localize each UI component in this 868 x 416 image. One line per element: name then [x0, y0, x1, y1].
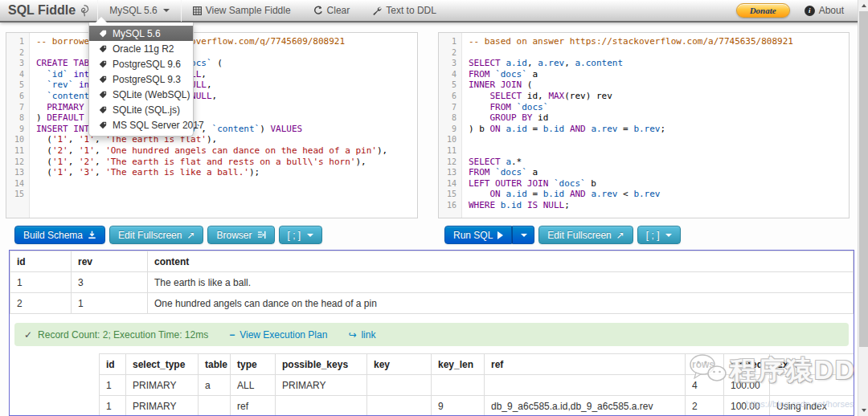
execution-plan: idselect_typetabletypepossible_keyskeyke…	[99, 353, 854, 416]
run-sql-button[interactable]: Run SQL	[444, 226, 512, 244]
browser-panel-icon	[257, 230, 266, 239]
navbar: SQL Fiddle MySQL 5.6 View Sample Fiddle …	[0, 0, 868, 22]
db-menu-item[interactable]: SQLite (WebSQL)	[89, 87, 193, 102]
db-menu-item[interactable]: PostgreSQL 9.3	[89, 71, 193, 87]
code-line: INNER JOIN (	[469, 80, 849, 91]
code-line	[469, 145, 849, 157]
schema-delimiter-dropdown[interactable]: [ ; ]	[279, 226, 323, 244]
chevron-down-icon	[665, 234, 672, 237]
code-line	[469, 47, 849, 59]
db-menu-item[interactable]: MySQL 5.6	[89, 26, 193, 41]
table-cell: PRIMARY	[126, 375, 199, 396]
browser-button[interactable]: Browser	[207, 226, 274, 244]
table-cell	[199, 396, 231, 416]
db-selector-dropdown[interactable]: MySQL 5.6	[98, 0, 181, 21]
table-cell: 9	[432, 396, 485, 416]
db-menu-item[interactable]: PostgreSQL 9.6	[89, 56, 193, 71]
chevron-down-icon	[307, 234, 313, 237]
code-line: WHERE b.id IS NULL;	[469, 200, 849, 211]
tag-icon	[99, 60, 107, 68]
fullscreen-arrow-icon: ↗	[616, 230, 624, 241]
table-cell: 100.00	[724, 375, 770, 396]
about-button[interactable]: About	[805, 5, 844, 16]
schema-editor[interactable]: 123456789101112131415 -- borrowed from h…	[6, 32, 418, 218]
code-line	[36, 189, 417, 200]
code-line: SELECT a.id, a.rev, a.content	[469, 58, 849, 69]
app-logo: SQL Fiddle	[0, 3, 97, 18]
status-bar: ✓ Record Count: 2; Execution Time: 12ms …	[14, 323, 849, 346]
db-menu-item[interactable]: SQLite (SQL.js)	[89, 102, 193, 117]
view-execution-plan-link[interactable]: − View Execution Plan	[229, 329, 327, 341]
db-menu-item[interactable]: Oracle 11g R2	[89, 41, 193, 56]
code-line: GROUP BY id	[469, 112, 849, 124]
table-cell: 1	[72, 293, 148, 314]
column-header: possible_keys	[276, 354, 367, 375]
schema-edit-fullscreen-button[interactable]: Edit Fullscreen ↗	[109, 226, 203, 244]
table-cell	[367, 396, 432, 416]
table-cell: 100.00	[724, 396, 770, 416]
query-delimiter-dropdown[interactable]: [ ; ]	[637, 226, 682, 244]
db-menu: MySQL 5.6Oracle 11g R2PostgreSQL 9.6Post…	[88, 22, 194, 137]
share-arrow-icon: ↪	[348, 329, 356, 341]
tag-icon	[99, 121, 107, 129]
play-icon	[497, 231, 503, 239]
view-sample-fiddle-button[interactable]: View Sample Fiddle	[182, 0, 302, 21]
wrench-icon	[372, 6, 382, 15]
triangle-up-icon	[862, 4, 866, 7]
plan-header-row: idselect_typetabletypepossible_keyskeyke…	[100, 354, 855, 375]
code-line: LEFT OUTER JOIN `docs` b	[469, 178, 849, 190]
status-summary: Record Count: 2; Execution Time: 12ms	[38, 329, 208, 341]
download-icon	[88, 230, 96, 239]
code-line: SELECT a.*	[469, 157, 849, 168]
results-body: 13The earth is like a ball.21One hundred…	[10, 272, 854, 314]
table-cell: 2	[686, 396, 724, 416]
db-menu-item-label: SQLite (SQL.js)	[113, 104, 180, 116]
donate-button[interactable]: Donate	[736, 3, 790, 18]
table-cell: The earth is like a ball.	[148, 272, 854, 293]
clear-button[interactable]: Clear	[302, 0, 362, 21]
schema-toolbar: Build Schema Edit Fullscreen ↗ Browser […	[14, 226, 322, 244]
share-link[interactable]: ↪ link	[348, 329, 375, 341]
table-cell: PRIMARY	[126, 396, 199, 416]
table-cell	[770, 375, 855, 396]
table-cell: PRIMARY	[276, 375, 367, 396]
column-header: type	[231, 354, 276, 375]
fiddle-scroll-icon	[77, 4, 91, 18]
column-header: id	[100, 354, 126, 375]
app-title: SQL Fiddle	[8, 3, 76, 18]
table-row: 13The earth is like a ball.	[10, 272, 854, 293]
column-header: rev	[72, 251, 148, 272]
build-schema-button[interactable]: Build Schema	[14, 226, 105, 244]
text-to-ddl-button[interactable]: Text to DDL	[361, 0, 448, 21]
table-cell	[432, 375, 485, 396]
scroll-down-button[interactable]	[858, 405, 868, 416]
code-line: ) b ON a.id = b.id AND a.rev = b.rev;	[469, 124, 849, 135]
code-line: FROM `docs` a	[469, 167, 849, 178]
column-header: Extra	[770, 354, 855, 375]
results-panel: idrevcontent 13The earth is like a ball.…	[9, 250, 854, 416]
grid-icon	[193, 6, 202, 15]
table-cell	[276, 396, 367, 416]
triangle-down-icon	[862, 409, 866, 412]
run-sql-split-button: Run SQL	[444, 226, 534, 244]
plan-body: 1PRIMARYaALLPRIMARY4100.001PRIMARYref9db…	[100, 375, 855, 416]
db-menu-item[interactable]: MS SQL Server 2017	[89, 117, 193, 133]
scroll-up-button[interactable]	[858, 0, 868, 11]
tag-icon	[99, 106, 107, 114]
run-sql-options-button[interactable]	[512, 226, 534, 244]
table-cell: ref	[231, 396, 276, 416]
code-line: ('1', '3', 'The earth is like a ball.');	[36, 167, 417, 178]
vertical-scrollbar[interactable]	[858, 0, 868, 416]
code-line: FROM `docs`	[469, 102, 849, 113]
table-cell: 2	[10, 293, 72, 314]
query-editor[interactable]: 12345678910111213141516 -- based on answ…	[438, 32, 850, 218]
db-menu-item-label: Oracle 11g R2	[113, 43, 174, 55]
column-header: filtered	[724, 354, 770, 375]
scrollbar-thumb[interactable]	[859, 11, 868, 347]
table-row: 1PRIMARYref9db_9_a6c585.a.id,db_9_a6c585…	[100, 396, 855, 416]
query-edit-fullscreen-button[interactable]: Edit Fullscreen ↗	[538, 226, 633, 244]
query-code-area[interactable]: -- based on answer https://stackoverflow…	[463, 33, 849, 218]
db-menu-item-label: PostgreSQL 9.6	[113, 59, 181, 70]
table-cell: ALL	[231, 375, 276, 396]
column-header: table	[199, 354, 231, 375]
